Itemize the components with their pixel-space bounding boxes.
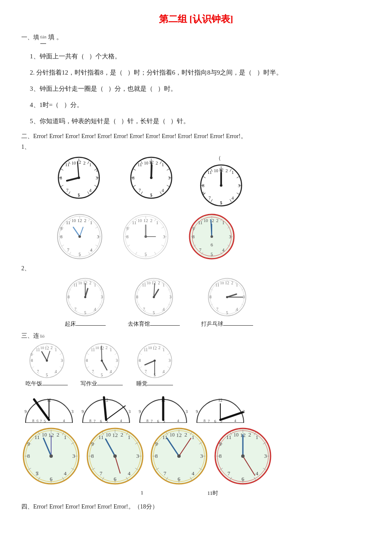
svg-text:1: 1: [55, 347, 57, 352]
svg-text:12: 12: [45, 346, 49, 350]
partial-clock-3: 12 1 3 4 5 7 8 11 10 2 睡觉: [135, 341, 174, 387]
svg-text:10: 10: [138, 218, 142, 223]
svg-text:11: 11: [208, 170, 212, 175]
svg-text:4: 4: [234, 419, 236, 423]
svg-text:8: 8: [210, 295, 212, 299]
svg-text:6: 6: [178, 476, 181, 482]
svg-text:9: 9: [139, 409, 141, 414]
svg-text:4: 4: [120, 419, 122, 423]
svg-text:7: 7: [92, 369, 94, 374]
svg-text:1: 1: [161, 162, 164, 167]
svg-text:4: 4: [222, 247, 225, 252]
svg-text:2: 2: [50, 345, 52, 350]
svg-text:1: 1: [163, 283, 165, 287]
svg-text:2: 2: [84, 218, 86, 223]
svg-text:1: 1: [231, 170, 234, 175]
bottom-labels: 1 11时: [141, 489, 371, 497]
svg-text:11: 11: [144, 347, 148, 352]
clock-row-2: 12 1 3 4 5 7 8 11 10 2 9: [55, 212, 371, 261]
activity-label-2: 去体育馆: [128, 320, 180, 328]
page-title: 第二组 [认识钟表]: [21, 13, 371, 26]
bottom-label-2: 11时: [208, 489, 219, 497]
svg-text:8: 8: [147, 419, 149, 423]
svg-text:6: 6: [100, 419, 102, 423]
svg-text:4: 4: [55, 369, 57, 374]
svg-text:6: 6: [214, 419, 216, 423]
svg-text:9: 9: [61, 226, 63, 231]
large-clock-row: 12 1 3 4 6 7 8 11 10 2 9 5: [21, 426, 371, 486]
svg-text:12: 12: [152, 280, 156, 285]
svg-text:8: 8: [136, 295, 138, 299]
section-two-label: 二、Error! Error! Error! Error! Error! Err…: [21, 131, 371, 142]
svg-text:3: 3: [170, 295, 172, 299]
svg-text:7: 7: [208, 419, 210, 423]
partial-clock-1: 12 1 3 4 5 7 8 11 10 2 9 吃午饭: [26, 341, 68, 387]
svg-text:3: 3: [72, 409, 74, 414]
svg-text:2: 2: [158, 280, 160, 285]
clock-2: 12 1 3 4 5 7 8 11 10 2: [128, 154, 175, 201]
svg-text:3: 3: [101, 295, 103, 299]
svg-text:4: 4: [231, 195, 234, 200]
svg-text:2: 2: [105, 345, 107, 350]
section-three-header: 三、连 lió: [21, 332, 371, 340]
svg-text:3: 3: [238, 183, 240, 188]
svg-text:2: 2: [248, 431, 251, 438]
svg-text:4: 4: [163, 369, 165, 374]
svg-text:5: 5: [153, 310, 155, 315]
svg-text:12: 12: [218, 398, 222, 402]
svg-text:10: 10: [220, 281, 225, 285]
svg-point-296: [101, 360, 103, 362]
svg-text:6: 6: [157, 419, 159, 423]
svg-text:2: 2: [57, 431, 60, 438]
activity-label-sleep: 睡觉: [136, 380, 173, 387]
svg-text:12: 12: [225, 280, 229, 285]
svg-text:4: 4: [94, 307, 96, 312]
svg-text:11: 11: [65, 162, 70, 167]
svg-text:8: 8: [60, 175, 62, 180]
svg-text:10: 10: [42, 432, 47, 438]
svg-text:11: 11: [132, 220, 137, 225]
svg-text:7: 7: [143, 307, 145, 312]
svg-text:4: 4: [64, 470, 67, 477]
section-three-content: 12 1 3 4 5 7 8 11 10 2 9 吃午饭: [26, 341, 371, 387]
section-four: 四、Error! Error! Error! Error! Error! Err…: [21, 503, 371, 511]
svg-point-79: [220, 184, 222, 187]
svg-point-447: [177, 454, 181, 458]
svg-text:7: 7: [145, 369, 147, 374]
svg-point-322: [154, 360, 156, 362]
svg-text:11: 11: [36, 347, 40, 352]
svg-text:9: 9: [27, 441, 30, 447]
svg-text:9: 9: [91, 441, 94, 447]
svg-text:10: 10: [40, 346, 44, 350]
svg-text:8: 8: [192, 234, 195, 239]
svg-text:1: 1: [236, 283, 238, 287]
small-clock-1: 12 1 3 4 5 7 8 11 10 2 起床: [64, 276, 107, 328]
svg-text:7: 7: [75, 307, 77, 312]
svg-text:12: 12: [144, 218, 148, 223]
fancy-clock-2: 12 1 3 5 8 11 10 2 9: [121, 212, 170, 261]
clock-row-3: 12 1 3 4 5 7 8 11 10 2 起床: [64, 276, 371, 328]
svg-text:9: 9: [25, 409, 27, 414]
svg-line-295: [101, 346, 102, 361]
svg-text:6: 6: [202, 191, 205, 196]
clock-3: （ 12 1 3 4 5 7 8 1: [200, 154, 245, 209]
svg-text:1: 1: [89, 162, 92, 167]
svg-text:7: 7: [228, 470, 231, 477]
svg-text:7: 7: [164, 470, 167, 477]
partial-clock-2: 12 1 3 4 5 7 8 11 10 2 写作业: [81, 341, 123, 387]
svg-text:2: 2: [156, 160, 158, 165]
svg-text:3: 3: [163, 234, 165, 239]
svg-text:8: 8: [27, 453, 30, 459]
svg-text:10: 10: [95, 346, 99, 350]
svg-text:7: 7: [208, 195, 211, 200]
svg-text:2: 2: [159, 345, 161, 350]
svg-text:1: 1: [128, 434, 131, 440]
svg-text:2: 2: [89, 280, 92, 285]
svg-text:10: 10: [233, 432, 239, 438]
activity-label-lunch: 吃午饭: [26, 380, 68, 387]
svg-text:5: 5: [78, 192, 80, 197]
fancy-clock-1: 12 1 3 4 5 7 8 11 10 2 9: [55, 212, 104, 261]
svg-text:1: 1: [94, 283, 96, 287]
svg-text:3: 3: [200, 453, 203, 459]
activity-label-1: 起床: [65, 320, 106, 328]
